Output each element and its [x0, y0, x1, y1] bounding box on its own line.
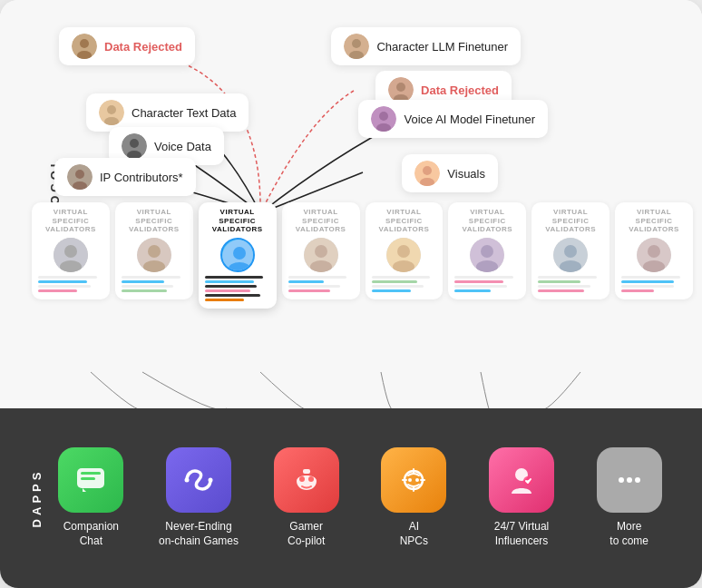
- validator-card-5: VIRTUALSpecificvalidators: [366, 202, 444, 299]
- avatar-voice-ai: [371, 106, 396, 132]
- voice-ai-node: Voice AI Model Finetuner: [358, 100, 548, 138]
- visuals-node: Visuals: [402, 154, 498, 192]
- svg-point-41: [481, 245, 493, 258]
- svg-rect-50: [81, 472, 101, 475]
- dapps-section: DAPPS CompanionChat: [0, 408, 702, 588]
- dapp-more[interactable]: Moreto come: [583, 447, 675, 548]
- dapp-gamer[interactable]: GamerCo-pilot: [260, 447, 352, 548]
- dapp-gamer-label: GamerCo-pilot: [288, 520, 325, 548]
- dapp-games[interactable]: Never-Endingon-chain Games: [153, 447, 245, 548]
- dapp-more-label: Moreto come: [609, 520, 648, 548]
- svg-point-38: [397, 245, 410, 258]
- data-rejected-node-1: Data Rejected: [59, 27, 195, 65]
- data-rejected-label-2: Data Rejected: [421, 83, 499, 97]
- svg-point-44: [564, 245, 577, 258]
- svg-point-26: [64, 245, 77, 258]
- ip-contributors-node: IP Contributors*: [54, 158, 196, 196]
- visuals-label: Visuals: [447, 167, 485, 181]
- dapp-companion-label: CompanionChat: [63, 520, 119, 548]
- svg-point-23: [423, 166, 432, 175]
- svg-point-2: [80, 39, 89, 48]
- dapp-more-icon: [597, 447, 662, 513]
- voice-data-label: Voice Data: [154, 140, 211, 153]
- svg-point-59: [415, 478, 419, 482]
- dapp-npcs-label: AINPCs: [400, 520, 428, 548]
- svg-point-62: [619, 477, 624, 483]
- dapp-companion-icon: [58, 447, 123, 513]
- avatar-rejected-1: [72, 34, 97, 59]
- dapp-virtual-influencers[interactable]: 24/7 VirtualInfluencers: [476, 447, 568, 548]
- avatar-voice: [122, 133, 147, 159]
- svg-point-20: [379, 112, 388, 121]
- data-rejected-label-1: Data Rejected: [104, 40, 182, 54]
- validator-card-6: VIRTUALSpecificvalidators: [448, 202, 526, 299]
- svg-point-17: [396, 83, 405, 92]
- protocol-section: PROTOCOL: [0, 0, 702, 408]
- dapps-label: DAPPS: [30, 469, 44, 528]
- ip-contributors-label: IP Contributors*: [100, 171, 183, 184]
- dapp-companion-chat[interactable]: CompanionChat: [45, 447, 137, 548]
- voice-ai-label: Voice AI Model Finetuner: [404, 113, 535, 126]
- dapp-games-label: Never-Endingon-chain Games: [159, 520, 239, 548]
- svg-point-32: [233, 247, 246, 260]
- svg-point-29: [148, 245, 161, 258]
- character-text-data-node: Character Text Data: [86, 93, 249, 132]
- svg-point-53: [209, 478, 213, 483]
- dapp-games-icon: [166, 447, 231, 513]
- validator-card-2: VIRTUALSpecificvalidators: [115, 202, 193, 299]
- svg-point-58: [408, 478, 412, 482]
- validator-card-8: VIRTUALSpecificvalidators: [615, 202, 693, 299]
- dapp-gamer-icon: [274, 447, 339, 513]
- main-container: PROTOCOL: [0, 0, 702, 588]
- svg-point-35: [315, 245, 327, 258]
- avatar-ip: [67, 164, 93, 190]
- svg-point-5: [107, 105, 116, 114]
- svg-point-63: [627, 477, 632, 483]
- dapp-influencers-label: 24/7 VirtualInfluencers: [494, 520, 550, 548]
- dapp-ai-npcs[interactable]: AINPCs: [368, 447, 460, 548]
- character-llm-node: Character LLM Finetuner: [331, 27, 521, 65]
- character-text-data-label: Character Text Data: [132, 106, 236, 120]
- validator-card-1: VIRTUALSpecificvalidators: [32, 202, 110, 299]
- avatar-visuals: [414, 161, 440, 186]
- avatar-rejected-2: [388, 77, 414, 103]
- avatar-text-data: [99, 100, 124, 125]
- validator-card-center: VIRTUALSpecificvalidators: [199, 202, 277, 309]
- svg-point-54: [299, 476, 305, 482]
- svg-point-8: [130, 139, 139, 148]
- character-llm-label: Character LLM Finetuner: [376, 40, 508, 54]
- svg-point-64: [635, 477, 640, 483]
- dapp-npcs-icon: [381, 447, 446, 513]
- validators-row: VIRTUALSpecificvalidators VIRTUALSpecifi…: [32, 202, 693, 309]
- svg-point-11: [75, 170, 84, 179]
- avatar-llm: [344, 34, 369, 59]
- svg-point-52: [185, 478, 190, 483]
- svg-rect-51: [81, 477, 95, 480]
- svg-point-14: [352, 39, 361, 48]
- svg-point-47: [648, 245, 660, 258]
- validator-card-7: VIRTUALSpecificvalidators: [531, 202, 609, 299]
- validator-card-4: VIRTUALSpecificvalidators: [282, 202, 360, 299]
- svg-point-55: [308, 476, 314, 482]
- dapp-influencers-icon: [489, 447, 554, 513]
- svg-rect-56: [303, 469, 310, 474]
